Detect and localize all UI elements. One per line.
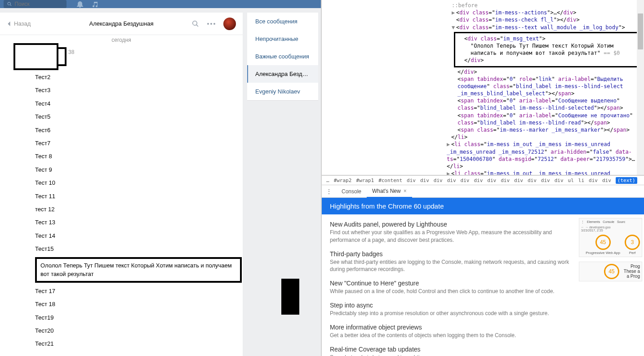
breadcrumb-item[interactable]: #wrap2	[334, 178, 352, 183]
topbar-icons	[76, 0, 99, 8]
breadcrumb-item[interactable]: div	[461, 178, 470, 183]
topbar	[0, 0, 321, 8]
message-time: 38	[68, 47, 74, 55]
message-item[interactable]: Тест5	[35, 110, 234, 123]
breadcrumb-item[interactable]: #wrap1	[356, 178, 374, 183]
breadcrumb-item[interactable]: div	[447, 178, 456, 183]
message-item[interactable]: Тест 17	[35, 285, 234, 298]
app-left-pane: Назад Александра Бездушная сегодня 38	[0, 0, 321, 356]
breadcrumb-item[interactable]: div	[514, 178, 523, 183]
whatsnew-side-preview: ⋮ElementsConsoleSourc ← → developers.goo…	[579, 214, 644, 356]
message-item[interactable]: Тест21	[35, 337, 234, 350]
breadcrumb-item[interactable]: ul	[568, 178, 574, 183]
whatsnew-banner: Highlights from the Chrome 60 update	[322, 198, 644, 214]
dom-breadcrumbs[interactable]: …#wrap2#wrap1#contentdivdivdivdivdivdivd…	[322, 175, 644, 185]
breadcrumb-item[interactable]: div	[602, 178, 611, 183]
message-item[interactable]: Тест 11	[35, 190, 234, 203]
whatsnew-body: New Audits panel, powered by LighthouseF…	[322, 214, 644, 356]
whatsnew-list[interactable]: New Audits panel, powered by LighthouseF…	[322, 214, 579, 356]
breadcrumb-item[interactable]: div	[407, 178, 416, 183]
message-item[interactable]: Тест 8	[35, 150, 234, 163]
music-icon[interactable]	[92, 0, 99, 8]
chat-column: Назад Александра Бездушная сегодня 38	[0, 13, 243, 356]
whatsnew-item[interactable]: Third-party badgesSee what third-party e…	[330, 250, 571, 274]
message-item[interactable]: Тест 14	[35, 229, 234, 242]
message-item[interactable]: Тест3	[35, 84, 234, 97]
whatsnew-item[interactable]: New "Continue to Here" gestureWhile paus…	[330, 280, 571, 295]
search-box[interactable]	[4, 0, 67, 8]
filters-sidebar: Все сообщенияНепрочитанныеВажные сообщен…	[247, 13, 318, 100]
breadcrumb-item[interactable]: div	[589, 178, 598, 183]
search-icon[interactable]	[192, 20, 199, 27]
close-icon[interactable]: ×	[404, 188, 407, 194]
breadcrumb-item[interactable]: li	[578, 178, 584, 183]
message-item[interactable]: Тест4	[35, 97, 234, 110]
chat-header: Назад Александра Бездушная	[0, 13, 243, 35]
search-input[interactable]	[14, 1, 63, 7]
back-label: Назад	[14, 20, 31, 27]
header-right	[192, 18, 236, 30]
whatsnew-item[interactable]: Real-time Coverage tab updatesSee what c…	[330, 346, 571, 356]
breadcrumb-item[interactable]: div	[528, 178, 537, 183]
sidebar-filter-item[interactable]: Важные сообщения	[247, 48, 318, 65]
breadcrumb-item[interactable]: div	[434, 178, 443, 183]
tab-console[interactable]: Console	[336, 186, 367, 197]
message-item[interactable]: тест 12	[35, 203, 234, 216]
message-item[interactable]: Тест2	[35, 71, 234, 84]
back-button[interactable]: Назад	[7, 20, 31, 27]
message-item[interactable]: Тест7	[35, 137, 234, 150]
message-item[interactable]: Тест 10	[35, 176, 234, 189]
message-item[interactable]: Тест19	[35, 311, 234, 324]
chat-title[interactable]: Александра Бездушная	[89, 20, 154, 27]
redaction-box	[13, 45, 58, 70]
breadcrumb-item[interactable]: #content	[378, 178, 402, 183]
tab-whatsnew[interactable]: What's New×	[367, 185, 412, 198]
breadcrumb-item[interactable]: div	[555, 178, 564, 183]
breadcrumb-active[interactable]: (text)	[616, 177, 637, 184]
message-item[interactable]: Тест 9	[35, 163, 234, 176]
bell-icon[interactable]	[76, 0, 84, 8]
message-item[interactable]: Тест20	[35, 324, 234, 337]
main-row: Назад Александра Бездушная сегодня 38	[0, 8, 321, 356]
whatsnew-item[interactable]: New Audits panel, powered by LighthouseF…	[330, 221, 571, 244]
whatsnew-item[interactable]: Step into asyncPredictably step into a p…	[330, 302, 571, 317]
search-icon	[7, 1, 12, 7]
message-highlighted[interactable]: Ололол Теперь Тут Пишем текст Который Хо…	[35, 257, 242, 282]
scrollbar-vertical[interactable]	[637, 0, 644, 175]
peer-avatar-small[interactable]	[223, 18, 236, 30]
dom-elements-panel[interactable]: ::before ▶<div class="im-mess--actions">…	[322, 0, 644, 175]
drawer-tabs: ⋮ Console What's New×	[322, 185, 644, 198]
breadcrumb-item[interactable]: div	[487, 178, 496, 183]
message-item[interactable]: Тест6	[35, 124, 234, 137]
sidebar-filter-item[interactable]: Александра Бездушная	[247, 65, 318, 83]
devtools-pane: ::before ▶<div class="im-mess--actions">…	[321, 0, 644, 356]
messages-list[interactable]: 38 Тест2Тест3Тест4Тест5Тест6Тест7Тест 8Т…	[0, 45, 243, 356]
breadcrumb-item[interactable]: div	[501, 178, 510, 183]
more-icon[interactable]	[207, 23, 215, 25]
breadcrumb-item[interactable]: div	[420, 178, 429, 183]
redaction-box-bottom	[281, 279, 299, 315]
message-item[interactable]: Тест 18	[35, 298, 234, 311]
breadcrumb-item[interactable]: div	[474, 178, 483, 183]
message-item[interactable]: Тест15	[35, 242, 234, 255]
message-item[interactable]: Тест 13	[35, 216, 234, 229]
breadcrumb-item[interactable]: div	[541, 178, 550, 183]
sidebar-filter-item[interactable]: Evgeniy Nikolaev	[247, 83, 318, 100]
dom-highlight-box: ▼<div class="im_msg_text"> "Ололол Тепер…	[454, 32, 642, 67]
drawer-menu-icon[interactable]: ⋮	[322, 188, 336, 195]
sidebar-filter-item[interactable]: Непрочитанные	[247, 30, 318, 48]
sidebar-filter-item[interactable]: Все сообщения	[247, 13, 318, 30]
chevron-left-icon	[7, 21, 11, 27]
whatsnew-item[interactable]: More informative object previewsGet a be…	[330, 324, 571, 339]
breadcrumb-item[interactable]: …	[326, 178, 329, 183]
